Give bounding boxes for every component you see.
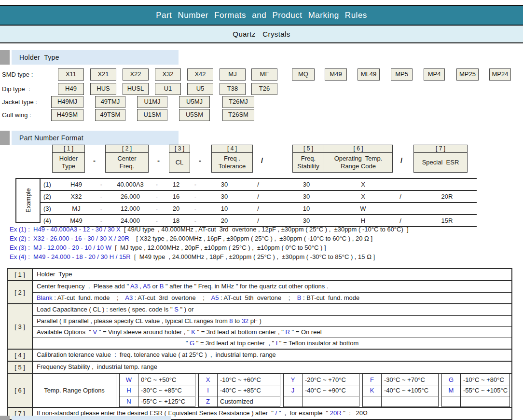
- text-segment: Holder Type: [37, 271, 72, 278]
- example-cell-slash: /: [246, 191, 270, 202]
- part-number-format-diagram: [ 1 ] HolderType - [ 2 ] CenterFreq. - […: [0, 145, 523, 175]
- example-cell-code: W: [343, 203, 384, 214]
- text-segment: A5: [211, 294, 219, 301]
- field-label: CL: [176, 159, 184, 166]
- holder-row-label: Jacket type :: [2, 96, 37, 108]
- text-segment: Parallel ( If parallel , please specify …: [37, 317, 229, 325]
- example-cell-holder: H49: [61, 179, 92, 190]
- spec-content: Temp. Range OptionsW0°C ~ +50°CH-30°C ~ …: [33, 374, 511, 407]
- temp-range-row: [284, 396, 359, 406]
- field-label: Tolerance: [219, 163, 246, 170]
- temp-range-row: X-10°C ~ +60°C: [199, 374, 280, 385]
- holder-box: H49SM: [51, 109, 83, 121]
- example-cell-slash2: /: [384, 191, 417, 202]
- spec-content: Center frequency . Please add " A3 , A5 …: [33, 281, 511, 303]
- spec-code: [ 2 ]: [8, 281, 33, 303]
- example-description-line: Ex (3) : MJ - 12.000 - 20 - 10 / 10 W [ …: [10, 243, 521, 252]
- example-cell-stab: 10: [270, 203, 343, 214]
- spec-row: [ 5 ]Frequency Stability , industrial te…: [8, 361, 511, 373]
- holder-row: Jacket type :H49MJ49TMJU1MJU5MJT26MJ: [0, 96, 523, 108]
- text-segment: 20R: [330, 409, 342, 417]
- temp-range-row: I-40°C ~ +85°C: [199, 385, 280, 395]
- text-segment: Available Options ": [37, 328, 93, 336]
- holder-row-label: Gull wing :: [2, 109, 31, 121]
- text-segment: " : 20Ω: [342, 409, 368, 417]
- temp-range-cell: [382, 396, 438, 406]
- holder-box: MQ: [292, 68, 315, 81]
- spec-line: Blank : AT-cut fund. mode ; A3 : AT-cut …: [33, 292, 511, 303]
- temp-range-cell: [461, 396, 509, 406]
- example-cell-slash: /: [246, 179, 270, 190]
- field-number: [ 2 ]: [106, 145, 148, 153]
- temp-range-cell: -40°C ~ +90°C: [303, 385, 359, 395]
- holder-box: MP24: [489, 68, 511, 81]
- field-number: [ 5 ]: [293, 145, 324, 153]
- temp-range-cell: [303, 396, 359, 406]
- holder-box: X11: [58, 68, 84, 81]
- example-part-meaning: [ MJ type , 12.000MHz , 20pF , ±10ppm ( …: [111, 244, 326, 251]
- temp-range-row: G-10°C ~ +80°C: [442, 374, 509, 385]
- holder-box: HUSL: [123, 83, 149, 95]
- example-cell-slash: /: [246, 203, 270, 214]
- page-subtitle: Quartz Crystals: [0, 26, 523, 42]
- text-segment: G: [190, 339, 194, 347]
- example-label: Example: [25, 188, 32, 213]
- example-cell-dash: -: [150, 203, 164, 214]
- text-segment: K: [191, 328, 195, 336]
- example-cell-esr: 20R: [417, 191, 477, 202]
- example-cell-dash: -: [188, 203, 203, 214]
- temp-code-cell: K: [363, 385, 382, 395]
- holder-box: U1: [155, 83, 181, 95]
- text-segment: " ) or: [179, 306, 193, 313]
- holder-row: SMD type :X11X21X22X32X42MJMFMQM49ML49MP…: [0, 68, 523, 81]
- temp-range-cell: -20°C ~ +70°C: [303, 374, 359, 385]
- text-segment: R: [285, 328, 289, 336]
- field-label: Freq.: [120, 163, 134, 170]
- spec-line: Frequency Stability , industrial temp. r…: [33, 362, 511, 373]
- format-field-stability-temp-code: [ 5 ] [ 6 ] Freq.Stability Operating Tem…: [292, 145, 393, 173]
- format-separator: -: [199, 156, 201, 164]
- temp-range-cell: -40°C ~ +105°C: [382, 385, 438, 395]
- field-label: Stability: [297, 163, 319, 170]
- spec-content: Frequency Stability , industrial temp. r…: [33, 362, 511, 373]
- holder-box: H49: [58, 83, 84, 95]
- text-segment: pF ): [248, 317, 262, 325]
- holder-row-label: SMD type :: [2, 68, 33, 81]
- field-number: [ 1 ]: [53, 145, 84, 153]
- text-segment: : BT-cut fund. mode: [301, 294, 359, 301]
- text-segment: Load Capacitance ( CL ) : series ( spec.…: [37, 306, 174, 313]
- holder-box: T26MJ: [222, 96, 254, 108]
- example-cell-dash: -: [188, 179, 203, 190]
- format-separator: -: [93, 156, 96, 164]
- holder-box: HUS: [90, 83, 116, 95]
- temp-range-cell: -30°C ~ +70°C: [382, 374, 438, 385]
- text-segment: Blank: [37, 294, 53, 301]
- temp-code-cell: Z: [199, 396, 218, 406]
- holder-box: MF: [251, 68, 277, 81]
- text-segment: ": [186, 339, 190, 347]
- example-cell-dash: -: [150, 179, 164, 190]
- example-part-number: Ex (3) : MJ - 12.000 - 20 - 10 / 10 W: [10, 244, 111, 251]
- temp-range-cell: -55°C ~ +105°C: [461, 385, 509, 395]
- example-part-number: Ex (2) : X32 - 26.000 - 16 - 30 / 30 X /…: [10, 235, 129, 242]
- spec-code: [ 6 ]: [8, 374, 33, 407]
- text-segment: : AT-cut fund. mode ;: [53, 294, 125, 301]
- example-cell-no: (1): [41, 179, 61, 190]
- spec-code: [ 1 ]: [8, 269, 33, 280]
- example-cell-code: X: [343, 191, 384, 202]
- temp-code-cell: X: [199, 374, 218, 385]
- text-segment: " = 3rd lead at top center , ": [194, 339, 276, 347]
- holder-box: X22: [123, 68, 149, 81]
- holder-row: Gull wing :H49SM49TSMU1SMU5SMT26SM: [0, 109, 523, 121]
- spec-row: [ 2 ]Center frequency . Please add " A3 …: [8, 280, 511, 303]
- example-cell-tol: 30: [203, 179, 246, 190]
- holder-box: 49TSM: [95, 109, 125, 121]
- spec-code: [ 5 ]: [8, 362, 33, 373]
- temp-range-cell: 0°C ~ +50°C: [138, 374, 195, 385]
- field-label: Range Code: [341, 163, 376, 170]
- spec-row: [ 3 ]Load Capacitance ( CL ) : series ( …: [8, 303, 511, 349]
- example-part-meaning: [ M49 type , 24.000MHz , 18pF , ±20ppm (…: [131, 253, 375, 260]
- example-cell-dash: -: [92, 203, 111, 214]
- temp-range-options-label: Temp. Range Options: [33, 374, 116, 407]
- example-cell-code: X: [343, 179, 384, 190]
